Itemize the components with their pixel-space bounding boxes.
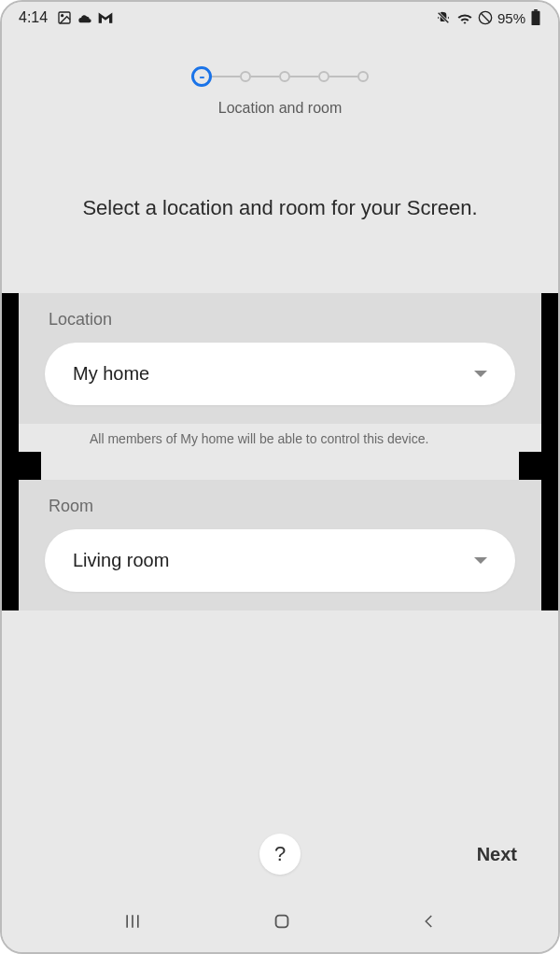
svg-rect-5 <box>532 11 540 25</box>
location-helper: All members of My home will be able to c… <box>90 431 541 446</box>
location-label: Location <box>49 310 515 330</box>
step-line <box>329 76 357 77</box>
step-3 <box>279 71 290 82</box>
step-1-active <box>191 66 212 87</box>
helper-wrap: All members of My home will be able to c… <box>19 424 541 452</box>
help-icon: ? <box>274 842 286 866</box>
progress-steps <box>191 66 369 87</box>
room-label: Room <box>49 497 515 516</box>
location-highlight-block: Location My home All members of My home … <box>2 293 558 452</box>
room-section: Room Living room <box>19 480 541 610</box>
svg-rect-10 <box>276 916 288 928</box>
step-5 <box>357 71 369 82</box>
location-value: My home <box>73 363 149 385</box>
chevron-down-icon <box>474 371 487 377</box>
step-line <box>251 76 279 77</box>
room-highlight-block: Room Living room <box>2 480 558 610</box>
bottom-area: ? Next <box>2 831 558 952</box>
status-bar: 4:14 95% <box>2 2 558 34</box>
progress-label: Location and room <box>218 100 343 117</box>
svg-rect-6 <box>534 9 538 11</box>
svg-line-4 <box>481 13 489 21</box>
page-title: Select a location and room for your Scre… <box>2 196 558 220</box>
home-icon[interactable] <box>272 911 292 935</box>
image-icon <box>57 10 72 25</box>
back-icon[interactable] <box>421 911 438 935</box>
location-section: Location My home <box>19 293 541 424</box>
spacer <box>2 452 558 480</box>
room-value: Living room <box>73 550 169 571</box>
bottom-buttons: ? Next <box>2 831 558 896</box>
progress-indicator: Location and room <box>2 66 558 117</box>
svg-point-1 <box>62 15 63 17</box>
status-right: 95% <box>435 9 541 26</box>
battery-percent: 95% <box>497 10 525 26</box>
next-button[interactable]: Next <box>477 844 517 865</box>
wifi-icon <box>456 11 473 24</box>
phone-frame: 4:14 95% <box>0 0 560 954</box>
step-line <box>290 76 318 77</box>
help-button[interactable]: ? <box>259 834 301 875</box>
chevron-down-icon <box>474 557 487 564</box>
status-left: 4:14 <box>19 9 113 26</box>
no-sim-icon <box>478 10 493 25</box>
step-4 <box>318 71 329 82</box>
status-time: 4:14 <box>19 9 48 26</box>
step-2 <box>240 71 251 82</box>
step-line <box>212 76 240 77</box>
cloud-icon <box>77 11 92 24</box>
gmail-icon <box>98 12 113 24</box>
room-select[interactable]: Living room <box>45 529 515 592</box>
recents-icon[interactable] <box>122 912 143 934</box>
battery-icon <box>530 9 541 26</box>
vibrate-icon <box>435 10 452 25</box>
nav-bar <box>2 896 558 952</box>
location-select[interactable]: My home <box>45 343 515 405</box>
